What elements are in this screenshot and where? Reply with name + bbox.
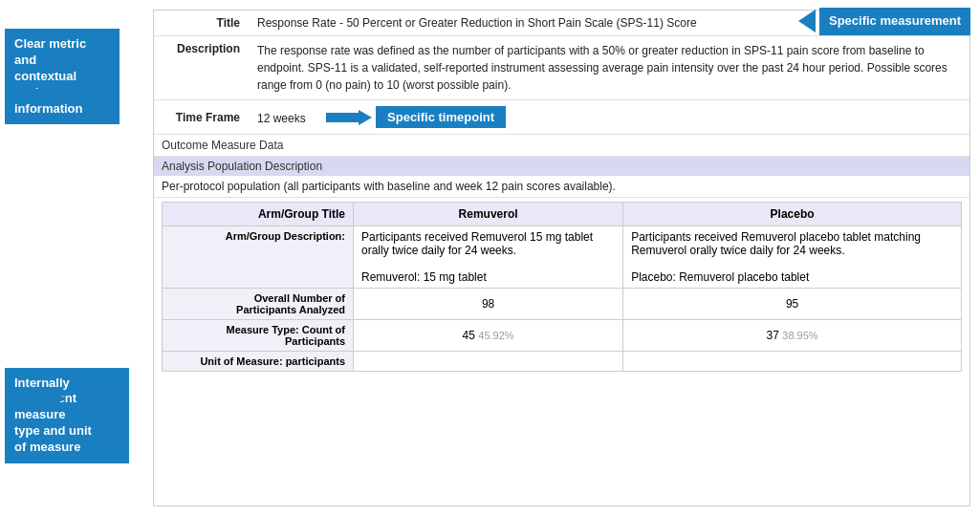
bottom-arrow-body <box>5 394 53 403</box>
row-col1-unit <box>354 352 623 372</box>
table-header-row: Arm/Group Title Remuverol Placebo <box>163 203 962 226</box>
data-table-wrapper: Arm/Group Title Remuverol Placebo Arm/Gr… <box>154 198 969 376</box>
data-table: Arm/Group Title Remuverol Placebo Arm/Gr… <box>162 202 962 372</box>
row-col2-description: Participants received Remuverol placebo … <box>623 226 962 289</box>
row-label-measure: Measure Type: Count ofParticipants <box>163 320 354 352</box>
row-col1-overall: 98 <box>354 289 623 320</box>
col-header-1: Remuverol <box>354 203 623 226</box>
description-value: The response rate was defined as the num… <box>250 36 969 100</box>
timepoint-arrow-body <box>326 113 359 122</box>
timeframe-row: Time Frame 12 weeks Specific timepoint <box>154 100 969 135</box>
top-left-text: Clear metric and contextual scale inform… <box>14 36 86 116</box>
top-arrow-head <box>53 86 66 101</box>
title-label: Title <box>154 11 250 36</box>
table-row-measure: Measure Type: Count ofParticipants 45 45… <box>163 320 962 352</box>
bottom-arrow-group <box>5 391 66 406</box>
description-label: Description <box>154 36 250 100</box>
analysis-desc: Per-protocol population (all participant… <box>154 176 969 198</box>
timepoint-arrow-head <box>359 110 372 125</box>
col-header-2: Placebo <box>623 203 962 226</box>
table-row-unit: Unit of Measure: participants <box>163 352 962 372</box>
table-row-overall: Overall Number ofParticipants Analyzed 9… <box>163 289 962 320</box>
row-label-description: Arm/Group Description: <box>163 226 354 289</box>
main-container: Clear metric and contextual scale inform… <box>0 0 980 516</box>
timeframe-label: Time Frame <box>154 100 250 135</box>
timeframe-value: 12 weeks Specific timepoint <box>250 100 969 135</box>
timepoint-label: Specific timepoint <box>376 106 506 128</box>
description-row: Description The response rate was define… <box>154 36 969 100</box>
left-annotations: Clear metric and contextual scale inform… <box>0 0 153 516</box>
top-arrow-body <box>5 89 53 98</box>
content-box: Title Response Rate - 50 Percent or Grea… <box>153 10 970 506</box>
row-col2-measure: 37 38.95% <box>623 320 962 352</box>
bottom-arrow-head <box>53 391 66 406</box>
analysis-header: Analysis Population Description <box>154 157 969 176</box>
row-col1-description: Participants received Remuverol 15 mg ta… <box>354 226 623 289</box>
top-arrow-group <box>5 86 66 101</box>
top-right-arrow <box>798 10 816 32</box>
timepoint-annotation-group: Specific timepoint <box>326 106 506 128</box>
bottom-left-annotation: Internally consistent measure type and u… <box>5 368 129 463</box>
col-header-group: Arm/Group Title <box>163 203 354 226</box>
top-right-annotation: Specific measurement <box>819 8 970 35</box>
top-left-annotation: Clear metric and contextual scale inform… <box>5 29 120 124</box>
outcome-header: Outcome Measure Data <box>154 135 969 157</box>
row-label-unit: Unit of Measure: participants <box>163 352 354 372</box>
row-col2-unit <box>623 352 962 372</box>
row-col1-measure: 45 45.92% <box>354 320 623 352</box>
table-row-description: Arm/Group Description: Participants rece… <box>163 226 962 289</box>
row-label-overall: Overall Number ofParticipants Analyzed <box>163 289 354 320</box>
row-col2-overall: 95 <box>623 289 962 320</box>
bottom-left-text: Internally consistent measure type and u… <box>14 376 92 455</box>
